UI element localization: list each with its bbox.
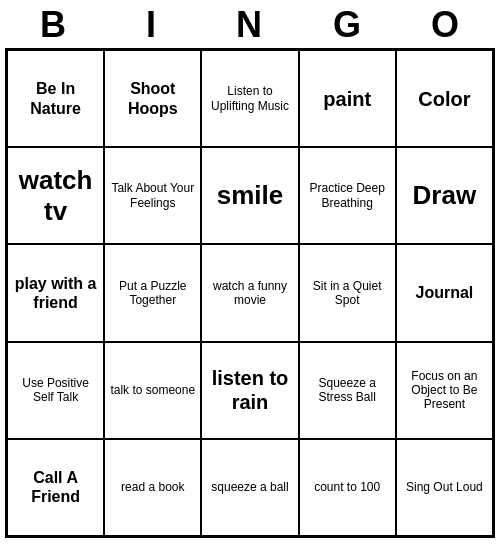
- bingo-cell-r3-c1: talk to someone: [104, 342, 201, 439]
- bingo-cell-r1-c3: Practice Deep Breathing: [299, 147, 396, 244]
- bingo-cell-r0-c1: Shoot Hoops: [104, 50, 201, 147]
- bingo-grid: Be In NatureShoot HoopsListen to Uplifti…: [5, 48, 495, 538]
- bingo-cell-r1-c0: watch tv: [7, 147, 104, 244]
- bingo-cell-r1-c2: smile: [201, 147, 298, 244]
- bingo-cell-r4-c2: squeeze a ball: [201, 439, 298, 536]
- bingo-cell-r3-c0: Use Positive Self Talk: [7, 342, 104, 439]
- bingo-letter-o: O: [397, 4, 495, 46]
- bingo-cell-r4-c0: Call A Friend: [7, 439, 104, 536]
- bingo-cell-r4-c3: count to 100: [299, 439, 396, 536]
- bingo-cell-r1-c1: Talk About Your Feelings: [104, 147, 201, 244]
- bingo-cell-r4-c1: read a book: [104, 439, 201, 536]
- bingo-cell-r2-c2: watch a funny movie: [201, 244, 298, 341]
- bingo-letter-g: G: [299, 4, 397, 46]
- bingo-cell-r0-c3: paint: [299, 50, 396, 147]
- bingo-cell-r2-c1: Put a Puzzle Together: [104, 244, 201, 341]
- bingo-letter-i: I: [103, 4, 201, 46]
- bingo-letter-n: N: [201, 4, 299, 46]
- bingo-cell-r4-c4: Sing Out Loud: [396, 439, 493, 536]
- bingo-cell-r2-c0: play with a friend: [7, 244, 104, 341]
- bingo-cell-r2-c3: Sit in a Quiet Spot: [299, 244, 396, 341]
- bingo-letter-b: B: [5, 4, 103, 46]
- bingo-cell-r3-c3: Squeeze a Stress Ball: [299, 342, 396, 439]
- bingo-header: BINGO: [5, 0, 495, 48]
- bingo-cell-r0-c4: Color: [396, 50, 493, 147]
- bingo-cell-r2-c4: Journal: [396, 244, 493, 341]
- bingo-cell-r3-c4: Focus on an Object to Be Present: [396, 342, 493, 439]
- bingo-cell-r0-c0: Be In Nature: [7, 50, 104, 147]
- bingo-cell-r1-c4: Draw: [396, 147, 493, 244]
- bingo-cell-r0-c2: Listen to Uplifting Music: [201, 50, 298, 147]
- bingo-cell-r3-c2: listen to rain: [201, 342, 298, 439]
